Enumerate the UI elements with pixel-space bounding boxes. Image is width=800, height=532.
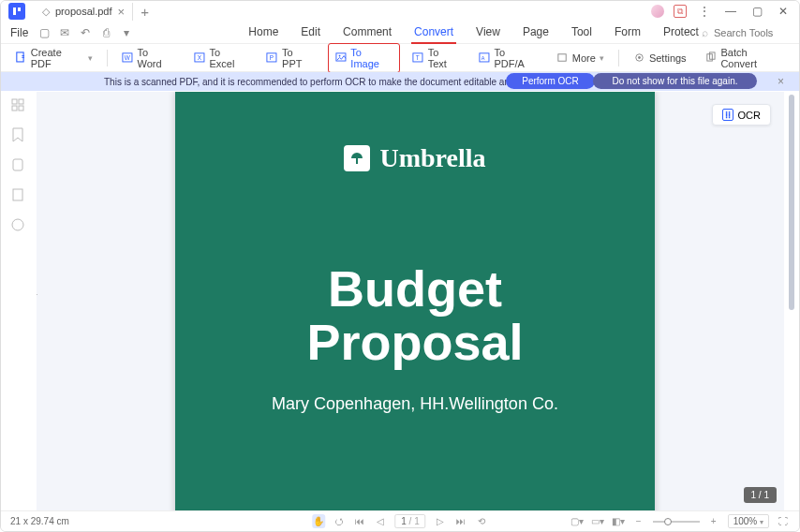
svg-rect-18 xyxy=(12,99,17,104)
ocr-floating-button[interactable]: ⁞⁞ OCR xyxy=(712,104,771,126)
fullscreen-icon[interactable]: ⛶ xyxy=(777,516,790,526)
next-page-icon[interactable]: ▷ xyxy=(434,516,447,526)
read-mode-icon[interactable]: ◧▾ xyxy=(612,516,625,526)
svg-rect-13 xyxy=(558,54,566,61)
more-icon xyxy=(556,52,569,64)
settings-button[interactable]: Settings xyxy=(627,49,693,66)
thumbnails-icon[interactable] xyxy=(10,97,25,112)
maximize-button[interactable]: ▢ xyxy=(748,3,765,20)
ocr-icon: ⁞⁞ xyxy=(722,109,733,121)
layout-icon[interactable]: ▭▾ xyxy=(591,516,604,526)
tab-protect[interactable]: Protect xyxy=(660,22,702,44)
document-tab[interactable]: ◇ proposal.pdf × xyxy=(35,3,133,21)
batch-icon xyxy=(705,52,718,64)
zoom-value[interactable]: 100% ▾ xyxy=(728,514,769,528)
zoom-out-icon[interactable]: − xyxy=(632,516,645,526)
more-button[interactable]: More ▾ xyxy=(550,49,611,66)
qat-dropdown-icon[interactable]: ▾ xyxy=(120,26,133,39)
zoom-slider[interactable] xyxy=(653,521,700,523)
first-page-icon[interactable]: ⏮ xyxy=(353,516,366,526)
menu-tabs: Home Edit Comment Convert View Page Tool… xyxy=(245,22,702,44)
brand-logo-icon xyxy=(344,145,370,171)
minimize-button[interactable]: — xyxy=(722,3,739,20)
svg-point-15 xyxy=(638,56,641,59)
vertical-scrollbar[interactable] xyxy=(789,95,794,310)
word-icon: W xyxy=(122,52,134,64)
tab-home[interactable]: Home xyxy=(245,22,281,44)
to-excel-button[interactable]: X To Excel xyxy=(187,44,255,72)
ppt-icon: P xyxy=(266,52,278,64)
close-tab-icon[interactable]: × xyxy=(118,5,126,19)
attachment-icon[interactable] xyxy=(11,187,24,202)
svg-text:P: P xyxy=(270,54,274,61)
search-icon: ⌕ xyxy=(702,26,708,39)
window-overlap-icon[interactable]: ⧉ xyxy=(674,5,687,18)
close-window-button[interactable]: ✕ xyxy=(775,3,792,20)
svg-text:A: A xyxy=(481,55,484,61)
banner-message: This is a scanned PDF, and it is recomme… xyxy=(104,77,566,87)
rotate-icon[interactable]: ⟲ xyxy=(475,516,488,526)
image-icon xyxy=(335,52,348,64)
to-pdfa-button[interactable]: A To PDF/A xyxy=(472,44,544,72)
svg-point-8 xyxy=(338,55,340,57)
ocr-banner: This is a scanned PDF, and it is recomme… xyxy=(1,72,799,91)
to-image-button[interactable]: To Image xyxy=(328,43,400,73)
page-indicator: 1 / 1 xyxy=(744,487,777,503)
svg-rect-21 xyxy=(19,106,23,111)
page-number-field[interactable]: 1 / 1 xyxy=(394,514,425,528)
to-ppt-button[interactable]: P To PPT xyxy=(259,44,321,72)
print-icon[interactable]: ⎙ xyxy=(99,26,112,39)
mail-icon[interactable]: ✉ xyxy=(58,26,71,39)
bookmark-icon[interactable] xyxy=(11,127,24,142)
close-banner-icon[interactable]: × xyxy=(778,75,784,88)
page-icon[interactable] xyxy=(11,157,24,172)
dismiss-banner-button[interactable]: Do not show for this file again. xyxy=(593,73,757,89)
last-page-icon[interactable]: ⏭ xyxy=(454,516,467,526)
tab-edit[interactable]: Edit xyxy=(298,22,323,44)
perform-ocr-button[interactable]: Perform OCR xyxy=(506,73,595,89)
create-pdf-button[interactable]: Create PDF ▾ xyxy=(8,44,99,72)
text-icon: T xyxy=(412,52,424,64)
save-icon[interactable]: ▢ xyxy=(37,26,51,39)
batch-convert-button[interactable]: Batch Convert xyxy=(699,44,792,72)
svg-rect-23 xyxy=(13,189,22,200)
zoom-in-icon[interactable]: + xyxy=(707,516,720,526)
comment-rail-icon[interactable] xyxy=(10,217,25,232)
select-tool-icon[interactable]: ⭯ xyxy=(333,516,346,526)
gear-icon xyxy=(633,52,645,64)
svg-text:X: X xyxy=(197,54,201,61)
svg-rect-20 xyxy=(12,106,17,111)
view-mode-icon[interactable]: ▢▾ xyxy=(570,516,584,526)
undo-icon[interactable]: ↶ xyxy=(79,26,92,39)
file-menu[interactable]: File xyxy=(10,26,28,39)
status-bar: 21 x 29.74 cm ✋ ⭯ ⏮ ◁ 1 / 1 ▷ ⏭ ⟲ ▢▾ ▭▾ … xyxy=(1,510,799,531)
pdf-page: Umbrella Budget Proposal Mary Copenhagen… xyxy=(175,92,655,510)
svg-point-24 xyxy=(12,219,23,230)
hand-tool-icon[interactable]: ✋ xyxy=(312,514,325,528)
document-author: Mary Copenhagen, HH.Wellington Co. xyxy=(175,394,655,414)
svg-text:T: T xyxy=(416,54,420,61)
tab-view[interactable]: View xyxy=(473,22,503,44)
svg-rect-22 xyxy=(13,159,22,170)
search-tools-input[interactable] xyxy=(714,27,789,38)
to-word-button[interactable]: W To Word xyxy=(115,44,182,72)
kebab-menu-icon[interactable]: ⋮ xyxy=(696,3,713,20)
sidebar-expand-icon[interactable]: ▸ xyxy=(37,288,37,299)
excel-icon: X xyxy=(194,52,206,64)
assistant-icon[interactable] xyxy=(651,5,664,18)
quick-access-toolbar: ▢ ✉ ↶ ⎙ ▾ xyxy=(37,26,133,39)
svg-rect-19 xyxy=(19,99,23,104)
page-dimensions: 21 x 29.74 cm xyxy=(10,516,69,526)
new-tab-button[interactable]: + xyxy=(133,4,156,20)
to-text-button[interactable]: T To Text xyxy=(406,44,467,72)
svg-text:W: W xyxy=(125,54,130,61)
tab-convert[interactable]: Convert xyxy=(411,22,456,44)
pdfa-icon: A xyxy=(479,52,491,64)
prev-page-icon[interactable]: ◁ xyxy=(374,516,387,526)
tab-tool[interactable]: Tool xyxy=(569,22,595,44)
document-viewport[interactable]: Umbrella Budget Proposal Mary Copenhagen… xyxy=(37,92,784,510)
tab-comment[interactable]: Comment xyxy=(340,22,394,44)
tab-form[interactable]: Form xyxy=(612,22,644,44)
tab-page[interactable]: Page xyxy=(520,22,552,44)
app-logo xyxy=(8,3,25,20)
